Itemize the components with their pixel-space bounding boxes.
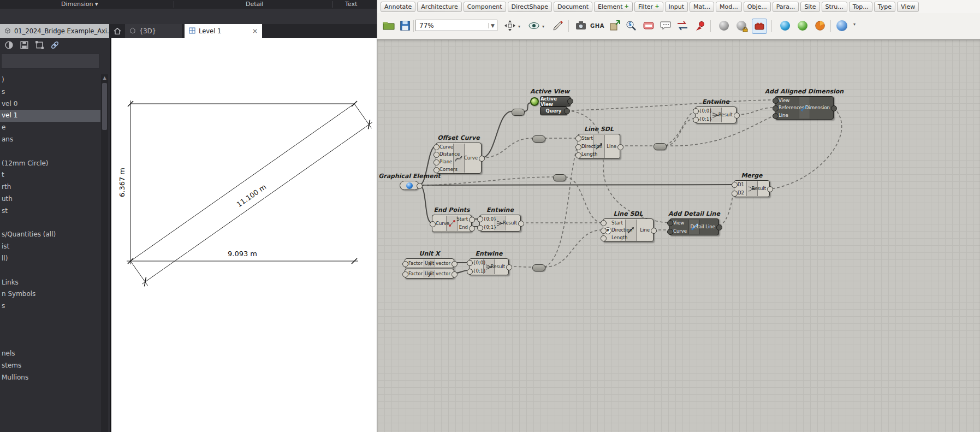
gh-input-param[interactable]: View [779, 98, 789, 103]
comment-bubble-icon[interactable] [658, 19, 673, 33]
gh-tab-document[interactable]: Document [554, 2, 592, 12]
gh-component-add-detail-line[interactable]: ViewCurveDetail Line [669, 218, 719, 235]
gh-param-grip[interactable] [402, 271, 408, 277]
link-icon[interactable] [50, 40, 60, 50]
gh-param-grip[interactable] [506, 264, 512, 270]
home-button[interactable] [110, 24, 124, 38]
gh-component-entwine-mid[interactable]: {0;0}{0;1}Result [479, 215, 521, 232]
scroll-up-icon[interactable]: ▲ [101, 74, 108, 82]
gh-input-param[interactable]: Start [611, 221, 623, 226]
gh-param-grip[interactable] [732, 191, 738, 197]
gh-param-grip[interactable] [773, 98, 779, 104]
browser-item[interactable]: stems [0, 360, 100, 372]
ribbon-panel-text[interactable]: Text [345, 1, 357, 8]
swap-arrows-icon[interactable] [675, 19, 690, 33]
zoom-dropdown[interactable]: 77% ▼ [415, 20, 497, 31]
gh-param-grip[interactable] [693, 117, 699, 123]
browser-item[interactable] [0, 146, 100, 158]
gh-component-unit-y[interactable]: FactorŷUnit vector [405, 269, 454, 279]
gh-output-param[interactable]: Line [640, 228, 650, 233]
gh-output-param[interactable]: Detail Line [691, 224, 715, 229]
gh-param-grip[interactable] [575, 152, 581, 158]
gh-output-param[interactable]: Unit vector [425, 261, 450, 266]
gh-input-param[interactable]: D2 [738, 191, 744, 196]
gh-param-grip[interactable] [452, 261, 458, 267]
gh-component-end-points[interactable]: CurveStartEnd [432, 215, 472, 232]
gh-param-grip[interactable] [402, 261, 408, 267]
gh-tab-obje-[interactable]: Obje... [744, 2, 771, 12]
gh-tab-annotate[interactable]: Annotate [381, 2, 415, 12]
browser-item[interactable]: Links [0, 277, 100, 289]
locked-cluster-icon[interactable] [734, 19, 749, 33]
scrollbar-thumb[interactable] [102, 83, 107, 130]
gh-component-active-view[interactable]: Active ViewQuery [530, 96, 569, 115]
cluster-sphere-icon[interactable] [717, 19, 731, 33]
browser-item[interactable]: t [0, 169, 100, 181]
zoom-extents-icon[interactable] [503, 19, 517, 33]
browser-item[interactable]: s/Quantities (all) [0, 229, 100, 241]
query-button[interactable]: Query [540, 106, 567, 115]
gh-output-param[interactable]: End [459, 225, 468, 230]
gh-output-param[interactable]: Result [718, 113, 733, 117]
gh-input-param[interactable]: Curve [439, 145, 453, 150]
search-icon[interactable]: S [624, 19, 638, 33]
browser-scrollbar[interactable]: ▲ [101, 74, 108, 432]
gh-tab-input[interactable]: Input [665, 2, 688, 12]
gh-param-grip[interactable] [773, 105, 779, 111]
gh-param-grip[interactable] [433, 144, 439, 150]
browser-item[interactable]: uth [0, 193, 100, 205]
export-icon[interactable] [608, 19, 622, 33]
browser-item[interactable]: s [0, 300, 100, 312]
gh-relay-node[interactable] [654, 143, 667, 150]
chevron-down-icon[interactable]: ▾ [542, 24, 544, 29]
gh-tab-directshape[interactable]: DirectShape [508, 2, 552, 12]
browser-item[interactable]: ) [0, 74, 100, 86]
ribbon-panel-dimension[interactable]: Dimension ▾ [61, 1, 98, 8]
gh-component-entwine-bottom[interactable]: {0;0}{0;1}Result [469, 258, 509, 275]
gh-param-grip[interactable] [469, 217, 475, 223]
gh-input-param[interactable]: D1 [738, 182, 744, 187]
gh-tab-type[interactable]: Type [874, 2, 895, 12]
gh-input-param[interactable]: Plane [439, 159, 452, 164]
bake-sphere-green-icon[interactable] [795, 19, 810, 33]
browser-item[interactable]: nels [0, 348, 100, 360]
gh-tab-view[interactable]: View [897, 2, 919, 12]
gh-param-grip[interactable] [601, 220, 607, 226]
gh-relay-node[interactable] [532, 264, 545, 271]
gh-tab-architecture[interactable]: Architecture [417, 2, 461, 12]
gh-component-line-sdl-top[interactable]: StartDirectionLengthLine [578, 134, 620, 159]
draw-marker-icon[interactable] [551, 19, 565, 33]
browser-item[interactable]: n Symbols [0, 288, 100, 300]
pin-dart-icon[interactable] [693, 19, 707, 33]
gh-tab-top-[interactable]: Top... [849, 2, 872, 12]
save-icon[interactable] [20, 40, 29, 50]
gh-output-param[interactable]: Curve [464, 156, 478, 161]
gh-param-grip[interactable] [477, 225, 483, 231]
gh-relay-node[interactable] [512, 109, 525, 116]
gh-tab-mat-[interactable]: Mat... [690, 2, 714, 12]
browser-search[interactable] [1, 54, 99, 69]
gh-param-grip[interactable] [479, 156, 485, 162]
gh-input-param[interactable]: View [673, 221, 684, 226]
gh-param-grip[interactable] [430, 221, 436, 227]
browser-item[interactable]: st [0, 205, 100, 217]
group-icon[interactable] [35, 40, 44, 50]
gh-param-grip[interactable] [417, 183, 423, 189]
gh-tab-component[interactable]: Component [464, 2, 506, 12]
gh-relay-node[interactable] [532, 135, 545, 143]
gh-component-line-sdl-bottom[interactable]: ▼StartDirectionLengthLine [603, 218, 654, 242]
browser-item[interactable]: ist [0, 241, 100, 253]
browser-item[interactable]: e [0, 122, 100, 134]
gh-component-entwine-top[interactable]: {0;0}{0;1}Result [695, 106, 737, 123]
gha-badge[interactable]: GHA [590, 19, 604, 33]
gh-param-grip[interactable] [734, 113, 740, 119]
gh-tab-mod-[interactable]: Mod... [716, 2, 742, 12]
gh-param-grip[interactable] [433, 152, 439, 158]
chevron-down-icon[interactable]: ▼ [488, 23, 497, 28]
browser-item[interactable]: vel 0 [0, 98, 100, 110]
gh-input-param[interactable]: Factor [408, 271, 423, 276]
revit-drawing-area[interactable]: 6.367 m 11.100 m 9.093 m [111, 38, 377, 432]
camera-icon[interactable] [574, 19, 588, 33]
gh-param-grip[interactable] [518, 221, 524, 227]
browser-item[interactable]: ans [0, 134, 100, 146]
